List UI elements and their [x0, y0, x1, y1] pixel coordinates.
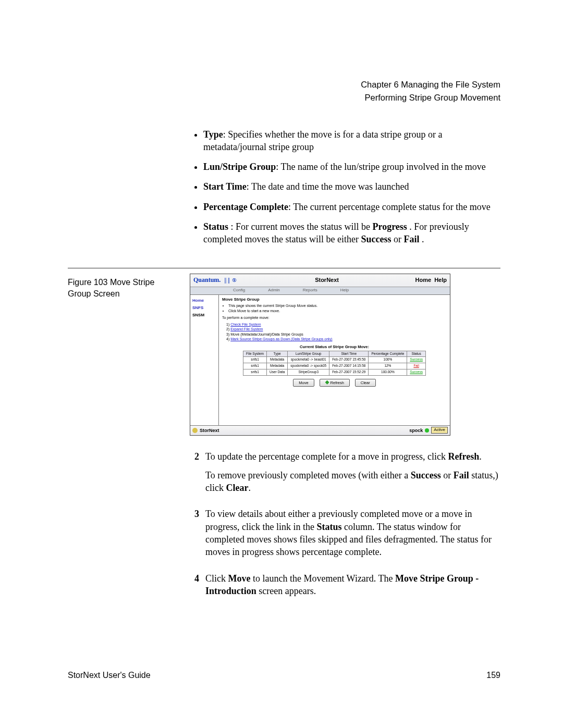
kw: Success [361, 234, 391, 244]
cell-pct: 12% [369, 363, 407, 369]
sidebar-item-home[interactable]: Home [192, 297, 216, 304]
desc: : The current percentage complete status… [288, 202, 491, 212]
th-status: Status [407, 351, 426, 357]
content-block: Type: Specifies whether the move is for … [68, 128, 500, 253]
intro-line: This page shows the current Stripe Group… [228, 303, 447, 308]
th-lun: Lun/Stripe Group [288, 351, 329, 357]
move-stripe-group-screenshot: Quantum. ║║ ⦿ StorNext Home Help Config … [190, 274, 450, 436]
steps-list: 1) Check File System 2) Expand File Syst… [226, 322, 447, 342]
clear-button[interactable]: Clear [355, 379, 376, 387]
help-link[interactable]: Help [434, 277, 447, 283]
step-link-expand-fs[interactable]: Expand File System [230, 327, 263, 331]
desc: : The name of the lun/stripe group invol… [276, 162, 486, 172]
app-title: StorNext [239, 276, 415, 284]
step-body: To view details about either a previousl… [205, 508, 500, 564]
menu-admin[interactable]: Admin [256, 288, 291, 293]
step-link-check-fs[interactable]: Check File System [230, 323, 261, 326]
footer-left: StorNext User's Guide [68, 670, 151, 681]
right-column: Type: Specifies whether the move is for … [190, 128, 500, 253]
app-footer: StorNext spock Active [190, 425, 450, 435]
panel-title: Move Stripe Group [222, 297, 447, 303]
desc: : Specifies whether the move is for a da… [203, 129, 443, 152]
table-row: snfs1Metadataspockmeta0 -> beast01Feb-27… [243, 357, 426, 363]
list-item: Percentage Complete: The current percent… [203, 201, 500, 213]
chapter-line: Chapter 6 Managing the File System [68, 78, 500, 91]
sidebar: Home SNFS SNSM [190, 295, 219, 425]
step-body: To update the percentage complete for a … [205, 450, 500, 501]
status-link[interactable]: Success [410, 370, 423, 374]
cell-fs: snfs1 [243, 357, 267, 363]
term: Start Time [203, 181, 247, 192]
step-number: 4 [190, 572, 199, 604]
footer-host: spock [409, 427, 423, 434]
cell-type: Metadata [267, 363, 288, 369]
cell-pct: 100.00% [369, 369, 407, 375]
footer-product: StorNext [200, 427, 219, 434]
home-link[interactable]: Home [415, 277, 431, 283]
intro-line: Click Move to start a new move. [228, 309, 447, 313]
step-3: 3 To view details about either a previou… [190, 508, 500, 564]
figure-row: Figure 103 Move Stripe Group Screen Quan… [68, 274, 500, 611]
table-caption: Current Status of Stripe Group Move: [222, 344, 447, 350]
desc: or [394, 234, 404, 244]
list-item: Lun/Stripe Group: The name of the lun/st… [203, 161, 500, 173]
term: Type [203, 129, 223, 140]
table-row: snfs1User DataStripeGroup3Feb-27-2007 15… [243, 369, 426, 375]
refresh-icon [325, 380, 329, 385]
status-link[interactable]: Fail [413, 364, 419, 367]
cell-status: Success [407, 369, 426, 375]
cell-fs: snfs1 [243, 363, 267, 369]
cell-lun: spockmeta0 -> spock05 [288, 363, 329, 369]
chapter-header: Chapter 6 Managing the File System Perfo… [68, 78, 500, 104]
desc: : The date and time the move was launche… [247, 181, 409, 192]
term: Percentage Complete [203, 202, 288, 212]
cell-start: Feb-27-2007 14:15:58 [329, 363, 369, 369]
step-number: 2 [190, 450, 199, 501]
kw: Progress [372, 221, 407, 232]
menu-config[interactable]: Config [222, 288, 256, 293]
footer-page: 159 [486, 670, 500, 681]
numbered-steps: 2 To update the percentage complete for … [190, 450, 500, 604]
section-line: Performing Stripe Group Movement [68, 91, 500, 104]
menu-help[interactable]: Help [329, 288, 360, 293]
intro-bullets: This page shows the current Stripe Group… [228, 303, 447, 313]
main-panel: Move Stripe Group This page shows the cu… [219, 295, 450, 425]
step-move: 3) Move (Metadata/Journal)/Data Stripe G… [226, 332, 447, 337]
th-pct: Percentage Complete [369, 351, 407, 357]
status-link[interactable]: Success [410, 357, 423, 361]
brand-text: Quantum. [190, 276, 224, 284]
sidebar-item-snfs[interactable]: SNFS [192, 304, 216, 312]
step-4: 4 Click Move to launch the Movement Wiza… [190, 572, 500, 604]
steps-intro: To perform a complete move: [222, 315, 447, 320]
refresh-button[interactable]: Refresh [320, 379, 350, 387]
step-body: Click Move to launch the Movement Wizard… [205, 572, 500, 604]
desc: : For current moves the status will be [231, 221, 373, 232]
cell-type: Metadata [267, 357, 288, 363]
list-item: Status : For current moves the status wi… [203, 220, 500, 246]
brand-icon: ║║ ⦿ [224, 277, 238, 283]
app-titlebar: Quantum. ║║ ⦿ StorNext Home Help [190, 274, 450, 287]
cell-status: Success [407, 357, 426, 363]
menu-bar: Config Admin Reports Help [190, 287, 450, 295]
menu-reports[interactable]: Reports [291, 288, 329, 293]
sidebar-item-snsm[interactable]: SNSM [192, 312, 216, 319]
section-rule [68, 268, 500, 268]
desc: . [422, 234, 424, 244]
cell-start: Feb-27-2007 15:45:50 [329, 357, 369, 363]
th-fs: File System [243, 351, 267, 357]
cell-fs: snfs1 [243, 369, 267, 375]
term: Status [203, 221, 228, 232]
cell-type: User Data [267, 369, 288, 375]
move-button[interactable]: Move [293, 379, 314, 387]
footer-logo-icon [192, 428, 198, 433]
list-item: Start Time: The date and time the move w… [203, 180, 500, 193]
header-links: Home Help [415, 276, 450, 284]
step-number: 3 [190, 508, 199, 564]
table-row: snfs1Metadataspockmeta0 -> spock05Feb-27… [243, 363, 426, 369]
step-link-mark-down[interactable]: Mark Source Stripe Groups as Down (Data … [230, 337, 332, 341]
cell-status: Fail [407, 363, 426, 369]
cell-pct: 100% [369, 357, 407, 363]
step-2: 2 To update the percentage complete for … [190, 450, 500, 501]
page: Chapter 6 Managing the File System Perfo… [0, 0, 563, 642]
th-type: Type [267, 351, 288, 357]
